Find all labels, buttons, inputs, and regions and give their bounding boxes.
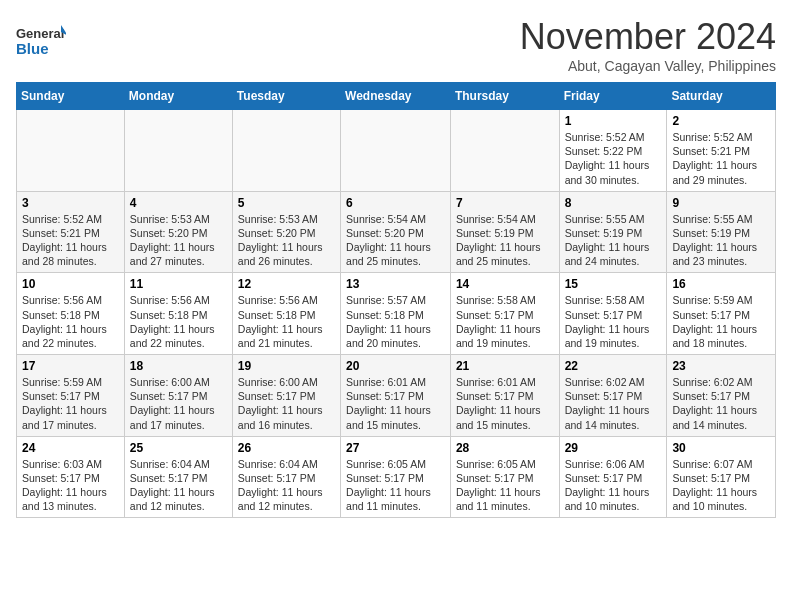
calendar-table: SundayMondayTuesdayWednesdayThursdayFrid… xyxy=(16,82,776,518)
calendar-cell: 17Sunrise: 5:59 AM Sunset: 5:17 PM Dayli… xyxy=(17,355,125,437)
calendar-cell xyxy=(450,110,559,192)
day-number: 10 xyxy=(22,277,119,291)
day-number: 3 xyxy=(22,196,119,210)
header-thursday: Thursday xyxy=(450,83,559,110)
calendar-cell xyxy=(124,110,232,192)
day-info: Sunrise: 6:02 AM Sunset: 5:17 PM Dayligh… xyxy=(565,375,662,432)
day-number: 29 xyxy=(565,441,662,455)
calendar-cell: 9Sunrise: 5:55 AM Sunset: 5:19 PM Daylig… xyxy=(667,191,776,273)
day-number: 21 xyxy=(456,359,554,373)
day-number: 24 xyxy=(22,441,119,455)
week-row-1: 1Sunrise: 5:52 AM Sunset: 5:22 PM Daylig… xyxy=(17,110,776,192)
day-info: Sunrise: 5:58 AM Sunset: 5:17 PM Dayligh… xyxy=(565,293,662,350)
day-info: Sunrise: 5:52 AM Sunset: 5:21 PM Dayligh… xyxy=(22,212,119,269)
day-number: 13 xyxy=(346,277,445,291)
calendar-cell: 12Sunrise: 5:56 AM Sunset: 5:18 PM Dayli… xyxy=(232,273,340,355)
calendar-cell: 21Sunrise: 6:01 AM Sunset: 5:17 PM Dayli… xyxy=(450,355,559,437)
logo: General Blue xyxy=(16,20,66,62)
calendar-cell: 22Sunrise: 6:02 AM Sunset: 5:17 PM Dayli… xyxy=(559,355,667,437)
day-info: Sunrise: 6:00 AM Sunset: 5:17 PM Dayligh… xyxy=(130,375,227,432)
week-row-5: 24Sunrise: 6:03 AM Sunset: 5:17 PM Dayli… xyxy=(17,436,776,518)
day-number: 9 xyxy=(672,196,770,210)
calendar-cell: 27Sunrise: 6:05 AM Sunset: 5:17 PM Dayli… xyxy=(341,436,451,518)
day-info: Sunrise: 5:59 AM Sunset: 5:17 PM Dayligh… xyxy=(672,293,770,350)
day-number: 19 xyxy=(238,359,335,373)
calendar-cell: 19Sunrise: 6:00 AM Sunset: 5:17 PM Dayli… xyxy=(232,355,340,437)
day-number: 27 xyxy=(346,441,445,455)
calendar-cell: 11Sunrise: 5:56 AM Sunset: 5:18 PM Dayli… xyxy=(124,273,232,355)
svg-text:Blue: Blue xyxy=(16,40,49,57)
day-number: 2 xyxy=(672,114,770,128)
day-number: 11 xyxy=(130,277,227,291)
calendar-cell xyxy=(232,110,340,192)
calendar-cell: 20Sunrise: 6:01 AM Sunset: 5:17 PM Dayli… xyxy=(341,355,451,437)
month-title: November 2024 xyxy=(520,16,776,58)
day-info: Sunrise: 5:56 AM Sunset: 5:18 PM Dayligh… xyxy=(238,293,335,350)
day-number: 12 xyxy=(238,277,335,291)
title-section: November 2024 Abut, Cagayan Valley, Phil… xyxy=(520,16,776,74)
calendar-cell xyxy=(341,110,451,192)
logo-icon: General Blue xyxy=(16,20,66,62)
day-info: Sunrise: 5:56 AM Sunset: 5:18 PM Dayligh… xyxy=(22,293,119,350)
week-row-4: 17Sunrise: 5:59 AM Sunset: 5:17 PM Dayli… xyxy=(17,355,776,437)
day-info: Sunrise: 5:54 AM Sunset: 5:19 PM Dayligh… xyxy=(456,212,554,269)
calendar-cell: 2Sunrise: 5:52 AM Sunset: 5:21 PM Daylig… xyxy=(667,110,776,192)
day-info: Sunrise: 6:02 AM Sunset: 5:17 PM Dayligh… xyxy=(672,375,770,432)
week-row-2: 3Sunrise: 5:52 AM Sunset: 5:21 PM Daylig… xyxy=(17,191,776,273)
calendar-cell: 30Sunrise: 6:07 AM Sunset: 5:17 PM Dayli… xyxy=(667,436,776,518)
day-info: Sunrise: 6:04 AM Sunset: 5:17 PM Dayligh… xyxy=(130,457,227,514)
calendar-cell: 18Sunrise: 6:00 AM Sunset: 5:17 PM Dayli… xyxy=(124,355,232,437)
calendar-cell: 1Sunrise: 5:52 AM Sunset: 5:22 PM Daylig… xyxy=(559,110,667,192)
calendar-cell: 29Sunrise: 6:06 AM Sunset: 5:17 PM Dayli… xyxy=(559,436,667,518)
day-info: Sunrise: 5:55 AM Sunset: 5:19 PM Dayligh… xyxy=(565,212,662,269)
day-number: 1 xyxy=(565,114,662,128)
day-number: 6 xyxy=(346,196,445,210)
day-info: Sunrise: 5:52 AM Sunset: 5:22 PM Dayligh… xyxy=(565,130,662,187)
calendar-cell: 8Sunrise: 5:55 AM Sunset: 5:19 PM Daylig… xyxy=(559,191,667,273)
day-number: 5 xyxy=(238,196,335,210)
day-number: 23 xyxy=(672,359,770,373)
calendar-cell: 7Sunrise: 5:54 AM Sunset: 5:19 PM Daylig… xyxy=(450,191,559,273)
day-info: Sunrise: 6:07 AM Sunset: 5:17 PM Dayligh… xyxy=(672,457,770,514)
page-header: General Blue November 2024 Abut, Cagayan… xyxy=(16,16,776,74)
day-info: Sunrise: 6:03 AM Sunset: 5:17 PM Dayligh… xyxy=(22,457,119,514)
header-saturday: Saturday xyxy=(667,83,776,110)
day-number: 25 xyxy=(130,441,227,455)
day-number: 17 xyxy=(22,359,119,373)
calendar-cell: 23Sunrise: 6:02 AM Sunset: 5:17 PM Dayli… xyxy=(667,355,776,437)
header-monday: Monday xyxy=(124,83,232,110)
calendar-cell: 24Sunrise: 6:03 AM Sunset: 5:17 PM Dayli… xyxy=(17,436,125,518)
calendar-cell: 4Sunrise: 5:53 AM Sunset: 5:20 PM Daylig… xyxy=(124,191,232,273)
day-info: Sunrise: 5:55 AM Sunset: 5:19 PM Dayligh… xyxy=(672,212,770,269)
day-number: 18 xyxy=(130,359,227,373)
day-number: 20 xyxy=(346,359,445,373)
calendar-cell: 13Sunrise: 5:57 AM Sunset: 5:18 PM Dayli… xyxy=(341,273,451,355)
day-info: Sunrise: 6:05 AM Sunset: 5:17 PM Dayligh… xyxy=(346,457,445,514)
calendar-cell: 3Sunrise: 5:52 AM Sunset: 5:21 PM Daylig… xyxy=(17,191,125,273)
calendar-cell xyxy=(17,110,125,192)
day-number: 26 xyxy=(238,441,335,455)
calendar-cell: 28Sunrise: 6:05 AM Sunset: 5:17 PM Dayli… xyxy=(450,436,559,518)
day-info: Sunrise: 5:54 AM Sunset: 5:20 PM Dayligh… xyxy=(346,212,445,269)
day-number: 4 xyxy=(130,196,227,210)
day-info: Sunrise: 5:58 AM Sunset: 5:17 PM Dayligh… xyxy=(456,293,554,350)
day-info: Sunrise: 6:01 AM Sunset: 5:17 PM Dayligh… xyxy=(346,375,445,432)
day-info: Sunrise: 5:52 AM Sunset: 5:21 PM Dayligh… xyxy=(672,130,770,187)
day-info: Sunrise: 5:56 AM Sunset: 5:18 PM Dayligh… xyxy=(130,293,227,350)
calendar-cell: 15Sunrise: 5:58 AM Sunset: 5:17 PM Dayli… xyxy=(559,273,667,355)
header-sunday: Sunday xyxy=(17,83,125,110)
header-tuesday: Tuesday xyxy=(232,83,340,110)
day-number: 8 xyxy=(565,196,662,210)
day-number: 15 xyxy=(565,277,662,291)
day-info: Sunrise: 6:01 AM Sunset: 5:17 PM Dayligh… xyxy=(456,375,554,432)
calendar-cell: 5Sunrise: 5:53 AM Sunset: 5:20 PM Daylig… xyxy=(232,191,340,273)
day-number: 30 xyxy=(672,441,770,455)
svg-text:General: General xyxy=(16,26,64,41)
calendar-cell: 14Sunrise: 5:58 AM Sunset: 5:17 PM Dayli… xyxy=(450,273,559,355)
week-row-3: 10Sunrise: 5:56 AM Sunset: 5:18 PM Dayli… xyxy=(17,273,776,355)
day-info: Sunrise: 5:53 AM Sunset: 5:20 PM Dayligh… xyxy=(130,212,227,269)
day-info: Sunrise: 5:59 AM Sunset: 5:17 PM Dayligh… xyxy=(22,375,119,432)
day-info: Sunrise: 6:00 AM Sunset: 5:17 PM Dayligh… xyxy=(238,375,335,432)
location: Abut, Cagayan Valley, Philippines xyxy=(520,58,776,74)
calendar-cell: 6Sunrise: 5:54 AM Sunset: 5:20 PM Daylig… xyxy=(341,191,451,273)
